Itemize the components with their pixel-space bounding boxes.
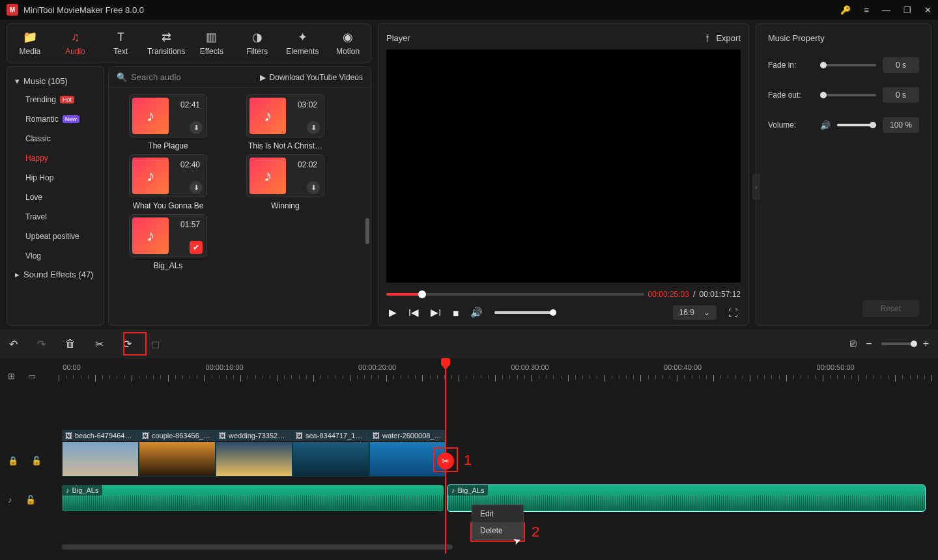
download-icon[interactable]: ⬇ — [307, 181, 320, 194]
lock-icon[interactable]: 🔒 — [8, 456, 18, 466]
track-icon[interactable]: ▭ — [28, 371, 36, 381]
volume-slider[interactable] — [494, 311, 553, 314]
export-label: Export — [716, 33, 741, 43]
context-edit[interactable]: Edit — [472, 505, 523, 522]
tab-media[interactable]: 📁Media — [7, 30, 53, 56]
next-icon[interactable]: ▶I — [431, 307, 441, 318]
card-title: Big_ALs — [154, 261, 183, 270]
music-thumb-icon: ♪ — [249, 158, 286, 194]
sidebar-item-romantic[interactable]: RomanticNew — [7, 109, 104, 129]
crop-icon[interactable]: ◻ — [151, 338, 160, 350]
annotation-box-split — [123, 332, 147, 356]
video-track[interactable]: 🖼beach-6479464… 🖼couple-863456_… 🖼weddin… — [62, 430, 446, 477]
time-sep: / — [693, 289, 696, 299]
volume-prop-slider[interactable] — [837, 124, 876, 126]
tab-label: Effects — [200, 47, 223, 56]
tab-audio[interactable]: ♫Audio — [53, 31, 98, 56]
audio-card[interactable]: ♪01:57✔ Big_ALs — [113, 214, 223, 270]
audio-track-icon[interactable]: ♪ — [8, 495, 12, 505]
seek-bar[interactable] — [386, 293, 644, 296]
new-badge: New — [63, 115, 79, 123]
zoom-in-icon[interactable]: + — [923, 338, 929, 350]
tab-label: Elements — [286, 47, 319, 56]
sidebar-music-head[interactable]: ▾Music (105) — [7, 72, 104, 90]
video-clip[interactable]: 🖼couple-863456_… — [139, 430, 216, 477]
fade-out-value[interactable]: 0 s — [883, 87, 919, 103]
aspect-select[interactable]: 16:9⌄ — [673, 305, 717, 320]
download-icon[interactable]: ⬇ — [190, 181, 203, 194]
sidebar-sound-head[interactable]: ▸Sound Effects (47) — [7, 266, 104, 283]
volume-icon[interactable]: 🔊 — [470, 307, 483, 318]
transition-icon: ⇄ — [162, 30, 171, 44]
sidebar-item-label: Travel — [25, 212, 47, 221]
audio-clip[interactable]: ♪Big_ALs — [62, 485, 444, 511]
sidebar-item-trending[interactable]: TrendingHot — [7, 90, 104, 109]
tab-elements[interactable]: ✦Elements — [280, 30, 326, 56]
close-icon[interactable]: ✕ — [924, 5, 931, 15]
tab-label: Filters — [246, 47, 268, 56]
split-handle-icon[interactable]: ✂ — [437, 453, 454, 469]
video-clip[interactable]: 🖼sea-8344717_1… — [292, 430, 369, 477]
volume-value[interactable]: 100 % — [883, 117, 919, 133]
timeline[interactable]: ⊞▭ 🔒🔓 ♪🔓 00:00 00:00:10:00 00:00:20:00 0… — [0, 358, 938, 553]
speaker-icon[interactable]: 🔊 — [820, 120, 831, 130]
split-icon[interactable]: ✂ — [95, 338, 104, 350]
fade-out-slider[interactable] — [820, 94, 876, 96]
snap-icon[interactable]: ⎚ — [850, 338, 857, 350]
fullscreen-icon[interactable]: ⛶ — [728, 307, 738, 318]
tab-label: Text — [113, 47, 128, 56]
prev-icon[interactable]: I◀ — [408, 307, 419, 318]
audio-card[interactable]: ♪03:02⬇ This Is Not A Christ… — [230, 94, 341, 150]
download-icon[interactable]: ⬇ — [307, 121, 320, 134]
audio-card[interactable]: ♪02:40⬇ What You Gonna Be — [113, 154, 223, 210]
fade-in-slider[interactable] — [820, 64, 876, 66]
sidebar-item-label: Happy — [25, 154, 48, 163]
zoom-slider[interactable] — [881, 343, 914, 345]
play-icon[interactable]: ▶ — [389, 307, 397, 318]
download-icon[interactable]: ⬇ — [190, 121, 203, 134]
chevron-right-icon: ▸ — [15, 270, 20, 279]
sidebar-item-classic[interactable]: Classic — [7, 129, 104, 148]
sidebar-item-happy[interactable]: Happy — [7, 148, 104, 168]
stop-icon[interactable]: ■ — [453, 307, 459, 318]
tab-motion[interactable]: ◉Motion — [325, 30, 371, 56]
export-button[interactable]: ⭱Export — [704, 33, 741, 43]
sidebar-item-travel[interactable]: Travel — [7, 207, 104, 227]
download-youtube-link[interactable]: ▶Download YouTube Videos — [260, 73, 363, 82]
redo-icon[interactable]: ↷ — [37, 338, 46, 350]
audio-card[interactable]: ♪02:02⬇ Winning — [230, 154, 341, 210]
maximize-icon[interactable]: ❐ — [903, 5, 911, 15]
upgrade-icon[interactable]: 🔑 — [840, 5, 851, 15]
minimize-icon[interactable]: — — [882, 5, 890, 15]
add-track-icon[interactable]: ⊞ — [8, 371, 15, 381]
sidebar-item-love[interactable]: Love — [7, 188, 104, 207]
unlock-icon[interactable]: 🔓 — [25, 495, 36, 505]
fade-in-value[interactable]: 0 s — [883, 57, 919, 73]
audio-card[interactable]: ♪02:41⬇ The Plague — [113, 94, 223, 150]
tab-effects[interactable]: ▥Effects — [189, 30, 234, 56]
tab-transitions[interactable]: ⇄Transitions — [143, 30, 189, 56]
scrollbar[interactable] — [365, 218, 369, 244]
collapse-panel-icon[interactable]: › — [752, 174, 760, 200]
timeline-toolbar: ↶ ↷ 🗑 ✂ ⟳ ◻ ⎚ − + — [0, 329, 938, 358]
zoom-out-icon[interactable]: − — [866, 338, 872, 350]
search-input[interactable]: 🔍Search audio — [117, 72, 181, 82]
timeline-ruler[interactable]: 00:00 00:00:10:00 00:00:20:00 00:00:30:0… — [59, 363, 931, 383]
video-clip[interactable]: 🖼beach-6479464… — [62, 430, 139, 477]
tab-text[interactable]: TText — [98, 31, 144, 56]
video-clip[interactable]: 🖼wedding-73352… — [216, 430, 292, 477]
undo-icon[interactable]: ↶ — [9, 338, 18, 350]
tab-filters[interactable]: ◑Filters — [234, 30, 280, 56]
sidebar-item-vlog[interactable]: Vlog — [7, 246, 104, 266]
seek-knob[interactable] — [418, 290, 426, 298]
reset-button[interactable]: Reset — [862, 300, 919, 317]
music-thumb-icon: ♪ — [132, 158, 169, 194]
horizontal-scrollbar[interactable] — [62, 544, 453, 550]
video-preview[interactable] — [386, 49, 741, 283]
delete-icon[interactable]: 🗑 — [65, 338, 76, 350]
menu-icon[interactable]: ≡ — [864, 5, 869, 15]
sidebar-item-upbeat[interactable]: Upbeat positive — [7, 227, 104, 246]
unlock-icon[interactable]: 🔓 — [31, 456, 42, 466]
music-thumb-icon: ♪ — [132, 217, 169, 254]
sidebar-item-hiphop[interactable]: Hip Hop — [7, 168, 104, 188]
